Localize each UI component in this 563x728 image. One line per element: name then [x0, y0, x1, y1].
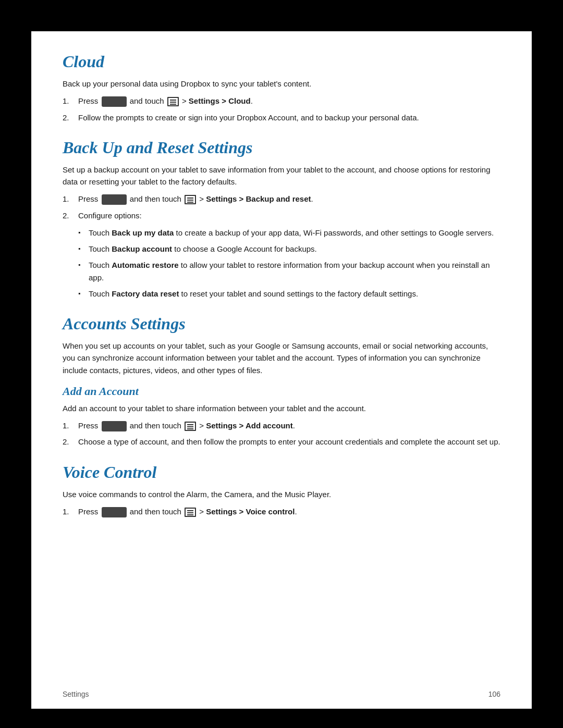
cloud-title: Cloud [63, 52, 500, 71]
add-account-step-2: 2. Choose a type of account, and then fo… [63, 436, 500, 448]
add-account-step-2-text: Choose a type of account, and then follo… [78, 437, 500, 446]
cloud-step-2-text: Follow the prompts to create or sign int… [78, 113, 419, 122]
home-button-icon [102, 96, 127, 107]
voice-control-section: Voice Control Use voice commands to cont… [63, 463, 500, 518]
footer-left: Settings [63, 690, 89, 698]
bullet-back-up-my-data: Touch Back up my data to create a backup… [78, 227, 500, 239]
add-account-subsection: Add an Account Add an account to your ta… [63, 385, 500, 448]
backup-bullets: Touch Back up my data to create a backup… [78, 227, 500, 300]
voice-control-step-1-text: Press and then touch > Settings > Voice … [78, 507, 297, 516]
backup-reset-intro: Set up a backup account on your tablet t… [63, 164, 500, 188]
accounts-settings-intro: When you set up accounts on your tablet,… [63, 340, 500, 376]
menu-icon [185, 508, 196, 517]
add-account-intro: Add an account to your tablet to share i… [63, 402, 500, 414]
cloud-step-1-text: Press and touch > Settings > Cloud. [78, 96, 253, 105]
menu-icon [167, 97, 179, 106]
page: Cloud Back up your personal data using D… [31, 31, 532, 709]
cloud-step-2: 2. Follow the prompts to create or sign … [63, 112, 500, 124]
voice-control-step-1: 1. Press and then touch > Settings > Voi… [63, 505, 500, 517]
menu-icon [185, 422, 196, 431]
home-button-icon [102, 507, 127, 517]
backup-step-2: 2. Configure options: [63, 209, 500, 221]
cloud-steps: 1. Press and touch > Settings > Cloud. 2… [63, 95, 500, 124]
backup-reset-title: Back Up and Reset Settings [63, 138, 500, 157]
add-account-title: Add an Account [63, 385, 500, 398]
cloud-intro: Back up your personal data using Dropbox… [63, 78, 500, 90]
home-button-icon [102, 194, 127, 205]
menu-icon [185, 195, 196, 204]
footer-right: 106 [488, 690, 500, 698]
cloud-section: Cloud Back up your personal data using D… [63, 52, 500, 124]
accounts-settings-section: Accounts Settings When you set up accoun… [63, 314, 500, 448]
footer: Settings 106 [63, 690, 500, 698]
bullet-automatic-restore: Touch Automatic restore to allow your ta… [78, 259, 500, 283]
backup-reset-steps: 1. Press and then touch > Settings > Bac… [63, 193, 500, 221]
backup-step-2-text: Configure options: [78, 211, 142, 220]
add-account-steps: 1. Press and then touch > Settings > Add… [63, 419, 500, 448]
accounts-settings-title: Accounts Settings [63, 314, 500, 334]
voice-control-title: Voice Control [63, 463, 500, 482]
backup-reset-section: Back Up and Reset Settings Set up a back… [63, 138, 500, 300]
voice-control-steps: 1. Press and then touch > Settings > Voi… [63, 505, 500, 517]
bullet-factory-data-reset: Touch Factory data reset to reset your t… [78, 288, 500, 300]
home-button-icon [102, 421, 127, 431]
backup-step-1: 1. Press and then touch > Settings > Bac… [63, 193, 500, 205]
add-account-step-1-text: Press and then touch > Settings > Add ac… [78, 421, 295, 430]
backup-step-1-text: Press and then touch > Settings > Backup… [78, 194, 313, 203]
cloud-step-1: 1. Press and touch > Settings > Cloud. [63, 95, 500, 107]
add-account-step-1: 1. Press and then touch > Settings > Add… [63, 419, 500, 431]
bullet-backup-account: Touch Backup account to choose a Google … [78, 243, 500, 255]
voice-control-intro: Use voice commands to control the Alarm,… [63, 488, 500, 500]
